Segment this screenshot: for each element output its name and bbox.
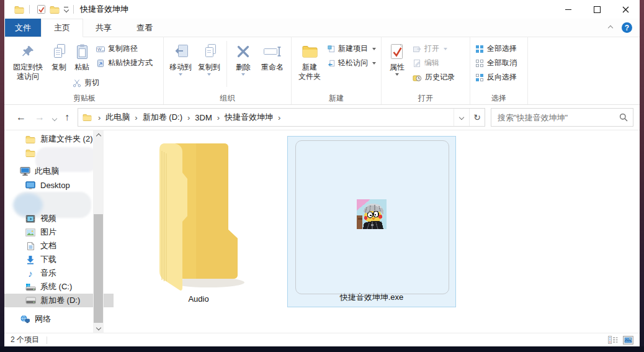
sidebar-item-documents[interactable]: 文档 xyxy=(4,239,104,253)
breadcrumb-separator: › xyxy=(184,113,194,122)
cut-button[interactable]: 剪切 xyxy=(70,76,102,90)
scrollbar-thumb[interactable] xyxy=(94,214,103,323)
tab-share[interactable]: 共享 xyxy=(83,19,124,37)
breadcrumb-current-folder[interactable]: 快捷音效坤坤 xyxy=(223,112,274,123)
edit-icon xyxy=(413,59,421,68)
titlebar-separator xyxy=(29,5,30,14)
up-button[interactable]: ↑ xyxy=(60,112,74,122)
file-item-exe-selected[interactable]: 快捷音效坤坤.exe xyxy=(287,136,456,307)
tab-file[interactable]: 文件 xyxy=(5,19,41,37)
large-icons-view-button[interactable] xyxy=(623,336,633,345)
edit-label: 编辑 xyxy=(424,58,439,68)
explorer-window: 快捷音效坤坤 文件 主页 共享 查看 ? 固定到快 速 xyxy=(4,0,640,346)
sidebar-item-network[interactable]: 网络 xyxy=(4,312,104,326)
delete-label: 删除 xyxy=(236,63,251,72)
search-icon xyxy=(619,113,628,122)
select-none-icon xyxy=(475,59,484,68)
sidebar-item-label: 文档 xyxy=(40,240,56,251)
close-icon xyxy=(622,6,629,13)
folder-icon xyxy=(25,149,36,157)
copy-path-button[interactable]: W 复制路径 xyxy=(94,42,161,56)
properties-button[interactable]: 属性 xyxy=(384,37,410,76)
invert-selection-label: 反向选择 xyxy=(487,72,517,83)
invert-selection-icon xyxy=(475,73,484,82)
organize-group-label: 组织 xyxy=(166,93,288,104)
copy-button[interactable]: 复制 xyxy=(48,37,70,72)
documents-icon xyxy=(25,241,36,251)
open-button[interactable]: 打开 xyxy=(410,42,467,56)
delete-button[interactable]: 删除 xyxy=(230,37,256,76)
select-all-button[interactable]: 全部选择 xyxy=(473,42,525,56)
easy-access-button[interactable]: 轻松访问 xyxy=(325,56,378,70)
paste-shortcut-button[interactable]: 粘贴快捷方式 xyxy=(94,56,161,70)
breadcrumb-this-pc[interactable]: 此电脑 xyxy=(104,112,131,123)
copy-to-button[interactable]: 复制到 xyxy=(195,37,223,76)
easy-access-icon xyxy=(328,59,335,68)
properties-icon xyxy=(390,40,405,63)
desktop-wallpaper-left xyxy=(0,0,4,346)
invert-selection-button[interactable]: 反向选择 xyxy=(473,70,525,84)
paste-shortcut-icon xyxy=(96,59,105,68)
open-icon xyxy=(413,45,421,53)
pin-to-quick-access-button[interactable]: 固定到快 速访问 xyxy=(8,37,48,81)
paste-button[interactable]: 粘贴 xyxy=(70,37,94,72)
open-group-label: 打开 xyxy=(384,93,467,104)
new-item-label: 新建项目 xyxy=(338,43,368,54)
scroll-up-button[interactable] xyxy=(93,130,104,141)
move-to-button[interactable]: 移动到 xyxy=(166,37,195,76)
refresh-button[interactable]: ↻ xyxy=(469,109,485,126)
breadcrumb-3dm[interactable]: 3DM xyxy=(194,113,213,122)
sidebar-item-music[interactable]: ♪ 音乐 xyxy=(4,266,104,280)
search-input[interactable] xyxy=(496,112,619,123)
scroll-down-button[interactable] xyxy=(93,322,104,333)
help-button[interactable]: ? xyxy=(622,22,632,33)
svg-text:W: W xyxy=(97,47,102,52)
recent-locations-dropdown[interactable] xyxy=(49,113,60,122)
taskbar-strip xyxy=(0,346,644,352)
details-view-button[interactable] xyxy=(608,336,618,344)
new-folder-button[interactable]: 新建 文件夹 xyxy=(294,37,325,81)
select-none-label: 全部取消 xyxy=(487,58,517,68)
minimize-button[interactable] xyxy=(554,0,583,19)
breadcrumb-drive-d[interactable]: 新加卷 (D:) xyxy=(141,112,184,123)
edit-button[interactable]: 编辑 xyxy=(410,56,467,70)
close-button[interactable] xyxy=(611,0,640,19)
drive-d-icon xyxy=(25,297,36,304)
new-item-button[interactable]: 新建项目 xyxy=(325,42,378,56)
navigation-pane: 新建文件夹 (2) 此电脑 Desktop xyxy=(4,130,104,333)
qat-properties-button[interactable] xyxy=(35,2,48,17)
sidebar-item-videos[interactable]: 视频 xyxy=(4,212,104,225)
history-button[interactable]: 历史记录 xyxy=(410,70,467,84)
qat-new-folder-button[interactable] xyxy=(48,2,61,17)
qat-customize-dropdown[interactable] xyxy=(64,7,68,12)
sidebar-item-label: 网络 xyxy=(35,314,51,325)
breadcrumb-separator: › xyxy=(213,113,223,122)
ribbon-group-open: 属性 打开 编辑 历史记录 xyxy=(382,37,470,104)
main-area: 新建文件夹 (2) 此电脑 Desktop xyxy=(4,130,640,333)
ribbon-group-clipboard: 固定到快 速访问 复制 粘贴 W 复制路径 xyxy=(6,37,164,104)
desktop-icon xyxy=(25,181,36,189)
sidebar-item-pictures[interactable]: 图片 xyxy=(4,225,104,239)
sidebar-item-desktop[interactable]: Desktop xyxy=(4,178,104,192)
sidebar-item-this-pc[interactable]: 此电脑 xyxy=(4,165,104,178)
maximize-button[interactable] xyxy=(583,0,611,19)
search-box[interactable] xyxy=(491,108,633,127)
sidebar-item-label: Desktop xyxy=(40,181,70,190)
tab-view[interactable]: 查看 xyxy=(124,19,165,37)
address-bar[interactable]: › 此电脑 › 新加卷 (D:) › 3DM › 快捷音效坤坤 › ↻ xyxy=(78,108,485,127)
sidebar-item-drive-c[interactable]: 系统 (C:) xyxy=(4,280,104,294)
rename-button[interactable]: 重命名 xyxy=(256,37,288,72)
file-item-audio-folder[interactable]: Audio xyxy=(117,136,280,307)
sidebar-item-downloads[interactable]: 下载 xyxy=(4,253,104,266)
back-button[interactable]: ← xyxy=(12,112,30,122)
sidebar-scrollbar[interactable] xyxy=(93,130,104,333)
ribbon-collapse-button[interactable] xyxy=(608,25,613,30)
dropdown-icon xyxy=(179,73,182,76)
tab-home[interactable]: 主页 xyxy=(41,19,83,37)
sidebar-item-new-folder-2[interactable]: 新建文件夹 (2) xyxy=(4,132,104,146)
folder-icon xyxy=(25,135,36,143)
forward-button[interactable]: → xyxy=(30,112,49,122)
select-none-button[interactable]: 全部取消 xyxy=(473,56,525,70)
select-all-label: 全部选择 xyxy=(487,43,517,54)
address-dropdown-button[interactable] xyxy=(454,109,469,126)
